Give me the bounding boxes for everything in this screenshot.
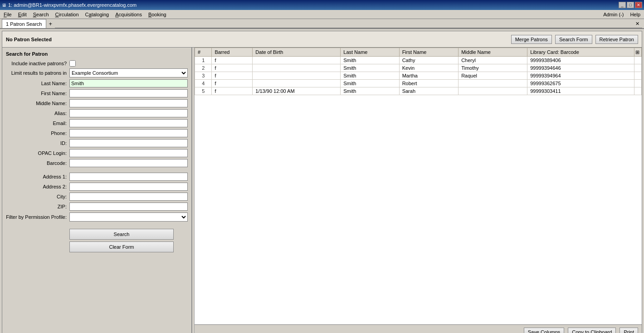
permission-profile-select[interactable] (69, 212, 188, 222)
last-name-label: Last Name: (6, 81, 69, 86)
cell-firstname: Sarah (399, 87, 459, 95)
address2-row: Address 2: (6, 183, 188, 191)
cell-num: 1 (195, 57, 212, 64)
help-menu[interactable]: Help (627, 11, 643, 18)
cell-middlename (459, 80, 527, 87)
admin-menu[interactable]: Admin (-) (600, 11, 626, 18)
limit-results-select[interactable]: Example Consortium (69, 68, 188, 77)
cell-middlename: Cheryl (459, 57, 527, 64)
table-row[interactable]: 4 f Smith Robert 99999362675 (195, 80, 642, 87)
cell-num: 2 (195, 64, 212, 72)
cell-middlename (459, 87, 527, 95)
minimize-button[interactable]: _ (619, 2, 626, 8)
barcode-input[interactable] (69, 159, 188, 167)
cell-barred: f (212, 72, 253, 80)
opac-login-input[interactable] (69, 149, 188, 157)
copy-to-clipboard-button[interactable]: Copy to Clipboard (568, 328, 616, 333)
retrieve-patron-button[interactable]: Retrieve Patron (595, 35, 638, 44)
table-row[interactable]: 3 f Smith Martha Raquel 99999394964 (195, 72, 642, 80)
results-table-container: # Barred Date of Birth Last Name First N… (195, 48, 642, 324)
cell-dob (253, 72, 341, 80)
cell-num: 3 (195, 72, 212, 80)
col-header-middlename[interactable]: Middle Name (459, 48, 527, 57)
zip-input[interactable] (69, 203, 188, 211)
cell-lastname: Smith (341, 80, 399, 87)
print-button[interactable]: Print (620, 328, 638, 333)
close-button[interactable]: ✕ (635, 2, 642, 8)
tab-patron-search[interactable]: 1 Patron Search (2, 19, 46, 28)
city-input[interactable] (69, 193, 188, 201)
email-row: Email: (6, 119, 188, 127)
cell-num: 5 (195, 87, 212, 95)
search-button[interactable]: Search (69, 229, 174, 240)
cell-barred: f (212, 57, 253, 64)
last-name-input[interactable] (69, 79, 188, 87)
save-columns-button[interactable]: Save Columns (524, 328, 565, 333)
city-row: City: (6, 193, 188, 201)
cell-barcode: 99999389406 (527, 57, 634, 64)
zip-row: ZIP: (6, 203, 188, 211)
menu-acquisitions[interactable]: Acquisitions (112, 11, 145, 18)
phone-input[interactable] (69, 129, 188, 137)
menu-booking[interactable]: Booking (146, 11, 169, 18)
barcode-label: Barcode: (6, 160, 69, 166)
menu-file[interactable]: File (1, 11, 15, 18)
bottom-bar: Save Columns Copy to Clipboard Print (195, 324, 642, 333)
content-panel: No Patron Selected Merge Patrons Search … (2, 31, 642, 333)
search-form-button[interactable]: Search Form (555, 35, 592, 44)
menu-circulation[interactable]: Circulation (53, 11, 82, 18)
col-header-expand[interactable]: ⊞ (634, 48, 642, 57)
cell-dob (253, 80, 341, 87)
cell-barcode: 99999394964 (527, 72, 634, 80)
include-inactive-row: Include inactive patrons? (6, 60, 188, 67)
col-header-barred[interactable]: Barred (212, 48, 253, 57)
table-row[interactable]: 5 f 1/13/90 12:00 AM Smith Sarah 9999930… (195, 87, 642, 95)
col-header-dob[interactable]: Date of Birth (253, 48, 341, 57)
limit-results-label: Limit results to patrons in (6, 70, 69, 76)
include-inactive-checkbox[interactable] (69, 60, 76, 67)
first-name-input[interactable] (69, 89, 188, 97)
tab-add-button[interactable]: + (46, 19, 55, 28)
address1-input[interactable] (69, 173, 188, 181)
results-panel: # Barred Date of Birth Last Name First N… (195, 48, 642, 333)
menu-cataloging[interactable]: Cataloging (83, 11, 112, 18)
menu-bar: File Edit Search Circulation Cataloging … (0, 10, 644, 19)
alias-input[interactable] (69, 109, 188, 117)
cell-barcode: 99999362675 (527, 80, 634, 87)
opac-login-row: OPAC Login: (6, 149, 188, 157)
menu-edit[interactable]: Edit (15, 11, 29, 18)
cell-firstname: Cathy (399, 57, 459, 64)
menu-search[interactable]: Search (30, 11, 52, 18)
table-row[interactable]: 2 f Smith Kevin Timothy 99999394646 (195, 64, 642, 72)
alias-row: Alias: (6, 109, 188, 117)
cell-lastname: Smith (341, 87, 399, 95)
col-header-firstname[interactable]: First Name (399, 48, 459, 57)
id-input[interactable] (69, 139, 188, 147)
phone-label: Phone: (6, 130, 69, 136)
table-row[interactable]: 1 f Smith Cathy Cheryl 99999389406 (195, 57, 642, 64)
first-name-label: First Name: (6, 91, 69, 96)
maximize-button[interactable]: □ (627, 2, 634, 8)
tab-patron-search-label: 1 Patron Search (6, 21, 42, 27)
top-bar: No Patron Selected Merge Patrons Search … (2, 31, 642, 48)
col-header-num[interactable]: # (195, 48, 212, 57)
middle-name-row: Middle Name: (6, 99, 188, 107)
cell-dob (253, 57, 341, 64)
cell-barred: f (212, 87, 253, 95)
col-header-barcode[interactable]: Library Card: Barcode (527, 48, 634, 57)
clear-form-button[interactable]: Clear Form (69, 241, 174, 252)
id-label: ID: (6, 140, 69, 146)
window-close-icon[interactable]: ✕ (633, 20, 642, 28)
address2-input[interactable] (69, 183, 188, 191)
middle-name-input[interactable] (69, 99, 188, 107)
main-area: No Patron Selected Merge Patrons Search … (0, 31, 644, 333)
col-header-lastname[interactable]: Last Name (341, 48, 399, 57)
opac-login-label: OPAC Login: (6, 150, 69, 156)
title-bar-left: 🖥 1: admin@BR1-winxpvmfx.phasefx.evergre… (2, 2, 137, 8)
email-input[interactable] (69, 119, 188, 127)
merge-patrons-button[interactable]: Merge Patrons (511, 35, 552, 44)
results-tbody: 1 f Smith Cathy Cheryl 99999389406 2 f S… (195, 57, 642, 95)
cell-barred: f (212, 80, 253, 87)
alias-label: Alias: (6, 111, 69, 116)
address1-label: Address 1: (6, 174, 69, 179)
